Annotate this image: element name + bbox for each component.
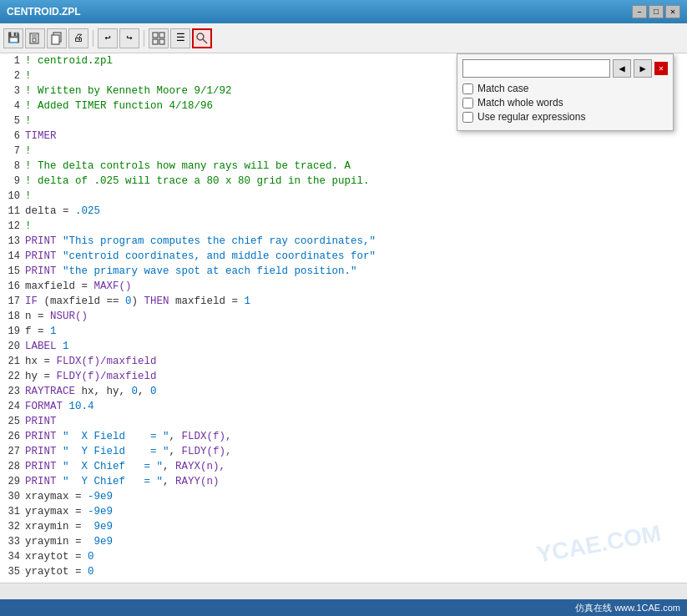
line-content[interactable]: RAYTRACE hx, hy, 0, 0 <box>25 384 157 399</box>
match-whole-words-label: Match whole words <box>477 97 563 109</box>
close-button[interactable]: ✕ <box>665 5 680 18</box>
line-content[interactable]: PRINT "the primary wave spot at each fie… <box>25 264 357 279</box>
table-row: 35yraytot = 0 <box>0 564 687 579</box>
line-content[interactable]: ! <box>25 189 32 204</box>
code-token: xraytot <box>25 551 69 563</box>
line-content[interactable]: yraytot = 0 <box>25 564 94 579</box>
code-token: TIMER <box>25 130 57 142</box>
match-whole-words-checkbox[interactable] <box>462 98 473 109</box>
svg-rect-2 <box>33 38 36 42</box>
line-content[interactable]: IF (maxfield == 0) THEN maxfield = 1 <box>25 294 250 309</box>
code-token: f <box>25 326 32 337</box>
use-regex-option: Use regular expressions <box>462 111 668 123</box>
search-close-button[interactable]: ✕ <box>654 62 668 75</box>
line-content[interactable]: ! delta of .025 will trace a 80 x 80 gri… <box>25 174 370 189</box>
code-token: 1 <box>50 326 57 337</box>
separator-2 <box>144 30 144 47</box>
code-token: -9e9 <box>88 506 113 518</box>
line-number: 10 <box>2 189 25 204</box>
code-token: n <box>25 311 32 322</box>
use-regex-checkbox[interactable] <box>462 112 473 123</box>
code-token: "the primary wave spot at each field pos… <box>63 265 357 277</box>
line-content[interactable]: maxfield = MAXF() <box>25 279 132 294</box>
line-content[interactable]: PRINT " Y Field = ", FLDY(f), <box>25 444 232 459</box>
search-row: ◀ ▶ ✕ <box>462 59 668 78</box>
code-token <box>57 446 63 457</box>
print-button[interactable]: 🖨 <box>68 28 88 48</box>
line-content[interactable]: PRINT " Y Chief = ", RAYY(n) <box>25 474 220 489</box>
code-token: FLDX(f), <box>182 431 232 442</box>
code-token: yraymin <box>25 536 69 548</box>
line-content[interactable]: xraytot = 0 <box>25 549 94 564</box>
status-bar <box>0 583 687 599</box>
line-content[interactable]: PRINT "This program computes the chief r… <box>25 234 376 249</box>
table-row: 33yraymin = 9e9 <box>0 534 687 549</box>
code-token: " Y Chief = " <box>63 476 163 487</box>
maximize-button[interactable]: □ <box>649 5 664 18</box>
line-content[interactable]: ! Written by Kenneth Moore 9/1/92 <box>25 83 232 98</box>
list-button[interactable]: ☰ <box>170 28 190 48</box>
line-content[interactable]: n = NSUR() <box>25 309 88 324</box>
table-row: 28PRINT " X Chief = ", RAYX(n), <box>0 459 687 474</box>
line-content[interactable]: ! The delta controls how many rays will … <box>25 159 351 174</box>
minimize-button[interactable]: – <box>632 5 647 18</box>
code-token: maxfield = <box>169 295 245 307</box>
line-content[interactable]: LABEL 1 <box>25 339 69 354</box>
line-content[interactable]: xraymin = 9e9 <box>25 519 113 534</box>
line-content[interactable]: ! <box>25 114 32 129</box>
line-content[interactable]: ! <box>25 144 32 159</box>
find-button[interactable] <box>192 28 212 48</box>
line-content[interactable]: xraymax = -9e9 <box>25 489 113 504</box>
save-all-button[interactable] <box>25 28 45 48</box>
code-token: IF <box>25 295 38 307</box>
line-number: 28 <box>2 459 25 474</box>
line-content[interactable]: ! <box>25 219 32 234</box>
line-content[interactable]: ! <box>25 68 32 83</box>
line-content[interactable]: hx = FLDX(f)/maxfield <box>25 354 157 369</box>
code-token: xraymin <box>25 521 69 533</box>
search-prev-button[interactable]: ◀ <box>613 59 631 78</box>
code-token: PRINT <box>25 461 57 472</box>
table-row: 27PRINT " Y Field = ", FLDY(f), <box>0 444 687 459</box>
line-content[interactable]: yraymin = 9e9 <box>25 534 113 549</box>
match-case-checkbox[interactable] <box>462 83 473 94</box>
line-content[interactable]: ! Added TIMER function 4/18/96 <box>25 98 213 114</box>
table-row: 11delta = .025 <box>0 204 687 219</box>
line-content[interactable]: hy = FLDY(f)/maxfield <box>25 369 157 384</box>
search-overlay: ◀ ▶ ✕ Match case Match whole words Use r… <box>457 53 674 131</box>
copy-button[interactable] <box>47 28 67 48</box>
line-number: 4 <box>2 98 25 114</box>
match-whole-words-option: Match whole words <box>462 97 668 109</box>
line-content[interactable]: ! centroid.zpl <box>25 53 113 68</box>
line-content[interactable]: delta = .025 <box>25 204 100 219</box>
line-content[interactable]: FORMAT 10.4 <box>25 399 94 414</box>
line-content[interactable]: TIMER <box>25 129 57 144</box>
code-editor[interactable]: 1! centroid.zpl2!3! Written by Kenneth M… <box>0 53 687 583</box>
line-content[interactable]: yraymax = -9e9 <box>25 504 113 519</box>
save-button[interactable]: 💾 <box>3 28 23 48</box>
line-number: 1 <box>2 53 25 68</box>
table-row: 8! The delta controls how many rays will… <box>0 159 687 174</box>
line-content[interactable]: PRINT " X Chief = ", RAYX(n), <box>25 459 225 474</box>
format-button[interactable] <box>149 28 169 48</box>
code-token: " Y Field = " <box>63 446 169 457</box>
code-token: 10.4 <box>69 401 94 412</box>
code-token: , <box>169 446 182 457</box>
search-next-button[interactable]: ▶ <box>634 59 652 78</box>
table-row: 24FORMAT 10.4 <box>0 399 687 414</box>
line-content[interactable]: PRINT "centroid coordinates, and middle … <box>25 249 376 264</box>
code-token: PRINT <box>25 265 57 277</box>
line-content[interactable]: PRINT " X Field = ", FLDX(f), <box>25 429 232 444</box>
match-case-label: Match case <box>477 83 528 94</box>
svg-rect-1 <box>32 33 37 38</box>
undo-button[interactable]: ↩ <box>98 28 118 48</box>
svg-rect-5 <box>153 33 158 38</box>
line-content[interactable]: PRINT <box>25 414 57 429</box>
table-row: 16maxfield = MAXF() <box>0 279 687 294</box>
window-controls: – □ ✕ <box>632 5 680 18</box>
redo-button[interactable]: ↪ <box>119 28 139 48</box>
code-token: ! <box>25 190 32 202</box>
search-input[interactable] <box>462 59 610 78</box>
code-token: 9e9 <box>94 536 114 548</box>
line-content[interactable]: f = 1 <box>25 324 57 339</box>
